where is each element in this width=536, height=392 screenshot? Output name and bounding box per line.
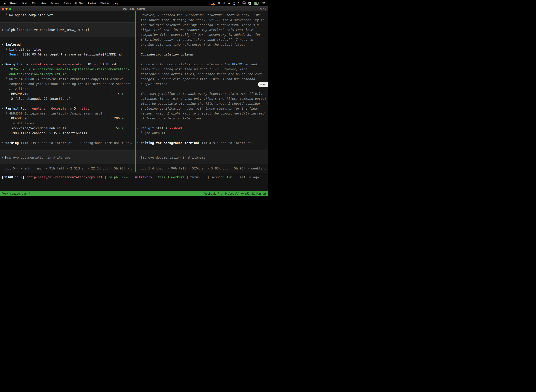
terminal-line: … +2 lines (0, 86, 135, 91)
text-segment: However, I noticed the "Directory Struct… (137, 13, 261, 17)
percent-circle-icon[interactable]: .61 (242, 1, 246, 5)
text-segment: and (249, 62, 257, 66)
blank-line (0, 57, 135, 62)
text-segment: › (2, 28, 5, 32)
window-titlebar[interactable]: omx --xhigh --madmax ⌥⌘1 (0, 6, 268, 11)
terminal-line: └ 067f154 (HEAD -> essay/ai-reimplementa… (0, 77, 135, 81)
right-pane[interactable]: However, I noticed the "Directory Struct… (136, 11, 268, 172)
text-segment: Search (9, 52, 23, 56)
keypad-icon[interactable]: 8 (238, 2, 239, 5)
prompt-input-right[interactable]: › Improve documentation in @filename (136, 150, 268, 164)
text-segment: HEAD (84, 62, 93, 66)
wifi-icon[interactable] (262, 2, 265, 5)
menu-item-iterm2[interactable]: iTerm2 (8, 2, 20, 5)
text-segment: git (13, 107, 21, 110)
blank-line (136, 47, 268, 52)
text-segment: this single essay, it seems like a good … (137, 38, 253, 42)
menu-item-view[interactable]: View (38, 2, 48, 5)
omx-status-bar: [OMX#0.11.9] cczip/essay/ai-reimplementa… (0, 172, 268, 191)
blank-line (0, 18, 135, 23)
minimize-button[interactable] (5, 8, 8, 10)
text-segment: git (13, 62, 21, 66)
terminal-line: The team guideline is to back every impo… (136, 91, 268, 96)
text-segment: README.md (232, 62, 249, 66)
text-segment: git (148, 126, 156, 130)
terminal-line: and-the-erosion-of-copyleft.md (0, 72, 135, 77)
terminal-line: src/voice/voiceModeEnabled.ts| 54 + (0, 126, 135, 131)
text-segment: changes, I can't cite specific file line… (137, 77, 255, 81)
blue-app-icon[interactable]: ❖ (223, 2, 225, 5)
text-segment: | (103, 175, 108, 179)
traffic-lights (0, 8, 11, 10)
text-segment: └ (2, 77, 9, 81)
terminal-line: of focusing solely on file lines. (136, 116, 268, 121)
text-segment: src/voice/voiceModeEnabled.ts (2, 126, 66, 130)
text-segment: [OMX#0.11.9] (2, 175, 26, 179)
menu-item-window[interactable]: Window (98, 2, 111, 5)
text-segment: team:1 workers (158, 175, 185, 179)
menu-item-help[interactable]: Help (111, 2, 121, 5)
dots-grid-icon[interactable]: ⣿ (233, 2, 235, 5)
input-source-icon[interactable]: A (249, 2, 251, 5)
screen-overlay-button[interactable]: Scre (258, 82, 268, 87)
text-segment: | (206, 175, 211, 179)
text-segment: The team guideline is to back every impo… (137, 92, 266, 96)
screen-overlay-label: Scre (260, 83, 265, 86)
iterm2-window: omx --xhigh --madmax ⌥⌘1 └ No agents com… (0, 6, 268, 196)
menu-item-shell[interactable]: Shell (20, 2, 30, 5)
text-segment: -n (68, 107, 74, 110)
terminal-line: references need actual files, and since … (136, 72, 268, 77)
text-segment: Wai (141, 141, 147, 145)
text-segment: + (122, 126, 124, 131)
menu-item-session[interactable]: Session (48, 2, 61, 5)
inject-banner: › Ralph loop active continue [OMX_TMUX_I… (0, 23, 135, 37)
text-segment: companion file, especially if more comme… (137, 33, 261, 37)
diamond-app-icon[interactable]: ◈ (228, 2, 230, 5)
terminal-line: changes, I can't cite specific file line… (136, 77, 268, 81)
prompt-input-left[interactable]: › Improve documentation in @filename (0, 150, 135, 164)
menu-item-profiles[interactable]: Profiles (73, 2, 86, 5)
text-segment: -- (93, 62, 99, 66)
terminal-line: companion analysis without altering the … (0, 81, 135, 86)
thinking-heading: Considering citation options (136, 52, 268, 57)
terminal-line: 1903 files changed, 513517 insertions(+) (0, 131, 135, 135)
blank-line (136, 86, 268, 91)
terminal-line: README.md| 280 + (0, 116, 135, 121)
text-segment: | (184, 175, 190, 179)
blank-line (136, 121, 268, 126)
text-segment: | (152, 175, 158, 179)
model-status-text: gpt-5.4 xhigh · 96% left · 520K in · 5.8… (141, 167, 266, 170)
text-segment: king (11, 141, 19, 145)
text-segment: (11m 13s • esc to interrupt) · 1 backgro… (19, 141, 133, 145)
terminal-line: slight risk that future readers may over… (136, 27, 268, 32)
close-button[interactable] (2, 8, 4, 10)
menu-item-toolbelt[interactable]: Toolbelt (86, 2, 98, 5)
terminal-line: • Ran git status --short (136, 126, 268, 131)
text-segment: • (137, 141, 141, 145)
battery-icon[interactable]: ⚡ (254, 2, 259, 5)
model-status-right: gpt-5.4 xhigh · 96% left · 520K in · 5.8… (136, 164, 268, 172)
window-title: omx --xhigh --madmax (0, 8, 268, 10)
waiting-spinner-line: • Waiting for background terminal (1m 41… (136, 140, 268, 145)
text-segment: Wor (5, 141, 11, 145)
text-segment: README.md (2, 117, 28, 120)
terminal-line: └ List git ls-files (0, 47, 135, 52)
text-segment: the source tree, missing the essay. Stil… (137, 18, 264, 22)
text-segment: (no output) (144, 131, 165, 135)
apple-menu-logo[interactable] (2, 2, 8, 5)
terminal-line: • Explored (0, 42, 135, 47)
text-segment: README.md (2, 92, 28, 96)
text-segment: including verification notes with those … (137, 107, 259, 110)
text-segment: └ (2, 48, 9, 51)
left-pane[interactable]: └ No agents completed yet › Ralph loop a… (0, 11, 135, 172)
zoom-button[interactable] (9, 8, 11, 10)
menu-item-scripts[interactable]: Scripts (61, 2, 73, 5)
text-segment: last:5m ago (238, 175, 259, 179)
window-grid-icon[interactable]: ⊞ (218, 2, 220, 5)
menu-item-edit[interactable]: Edit (30, 2, 38, 5)
text-segment: Ralph loop active continue [OMX_TMUX_INJ… (5, 28, 89, 32)
screen-recording-indicator[interactable] (211, 2, 215, 5)
text-segment: 4b9d30f (origin/main, instructkr/main, m… (9, 112, 103, 115)
text-segment: Ran (141, 126, 148, 130)
text-segment: 067f154 (HEAD -> essay/ai-reimplementati… (9, 77, 124, 81)
